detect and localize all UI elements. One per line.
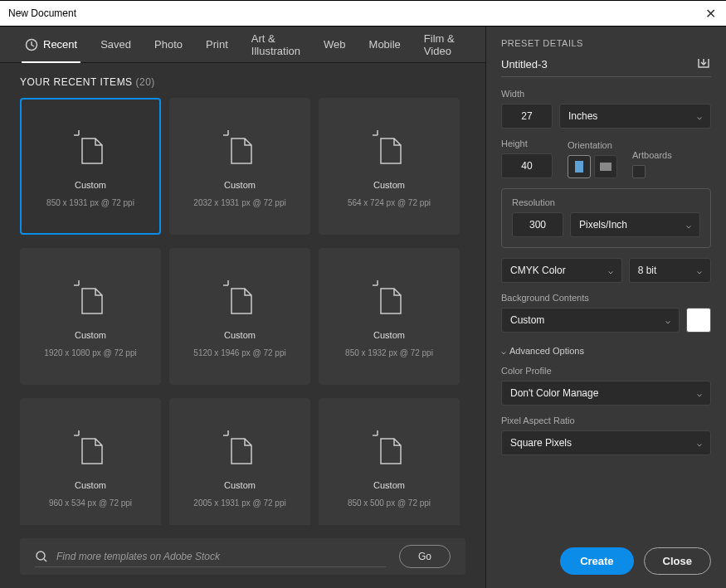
card-label: Custom — [75, 480, 106, 490]
card-dimensions: 850 x 1931 px @ 72 ppi — [46, 198, 134, 207]
card-dimensions: 564 x 724 px @ 72 ppi — [348, 198, 431, 207]
document-icon — [67, 425, 114, 472]
create-button[interactable]: Create — [560, 547, 633, 575]
save-preset-icon[interactable] — [696, 56, 711, 71]
tab-web[interactable]: Web — [312, 27, 358, 63]
card-label: Custom — [373, 180, 405, 190]
tab-film-video[interactable]: Film & Video — [412, 27, 472, 63]
stock-search-bar: Find more templates on Adobe Stock Go — [20, 538, 465, 575]
card-dimensions: 1920 x 1080 px @ 72 ppi — [44, 348, 136, 357]
color-mode-select[interactable]: CMYK Color⌵ — [501, 258, 622, 283]
chevron-down-icon: ⌵ — [697, 389, 702, 398]
color-profile-label: Color Profile — [501, 366, 711, 376]
tab-mobile[interactable]: Mobile — [358, 27, 412, 63]
document-icon — [366, 125, 412, 172]
preset-card[interactable]: Custom 850 x 1931 px @ 72 ppi — [20, 98, 161, 235]
pixel-aspect-select[interactable]: Square Pixels⌵ — [501, 430, 711, 455]
pixel-aspect-label: Pixel Aspect Ratio — [501, 415, 711, 425]
card-label: Custom — [75, 330, 106, 340]
svg-point-1 — [37, 552, 45, 560]
preset-details-panel: PRESET DETAILS Untitled-3 Width Inches⌵ … — [485, 27, 726, 588]
chevron-down-icon: ⌵ — [608, 266, 613, 275]
preset-grid: Custom 850 x 1931 px @ 72 ppi Custom 203… — [20, 98, 465, 525]
preset-card[interactable]: Custom 564 x 724 px @ 72 ppi — [319, 98, 460, 235]
card-label: Custom — [75, 180, 106, 190]
card-label: Custom — [224, 480, 256, 490]
card-label: Custom — [373, 480, 405, 490]
card-dimensions: 850 x 1932 px @ 72 ppi — [345, 348, 433, 357]
chevron-down-icon: ⌵ — [697, 112, 702, 121]
tab-saved[interactable]: Saved — [89, 27, 143, 63]
chevron-down-icon: ⌵ — [501, 347, 506, 356]
card-dimensions: 960 x 534 px @ 72 ppi — [49, 498, 132, 508]
bit-depth-select[interactable]: 8 bit⌵ — [629, 258, 711, 283]
resolution-input[interactable] — [512, 212, 563, 237]
preset-card[interactable]: Custom 960 x 534 px @ 72 ppi — [20, 398, 161, 525]
document-icon — [366, 275, 412, 322]
document-icon — [67, 275, 114, 322]
preset-card[interactable]: Custom 2032 x 1931 px @ 72 ppi — [169, 98, 310, 235]
document-icon — [217, 125, 263, 172]
clock-icon — [25, 38, 38, 51]
preset-details-header: PRESET DETAILS — [501, 38, 711, 48]
close-icon[interactable]: ✕ — [705, 6, 716, 22]
card-dimensions: 2032 x 1931 px @ 72 ppi — [193, 198, 285, 207]
tab-art-illustration[interactable]: Art & Illustration — [240, 27, 312, 63]
document-name-input[interactable]: Untitled-3 — [501, 58, 548, 70]
preset-card[interactable]: Custom 1920 x 1080 px @ 72 ppi — [20, 248, 161, 385]
chevron-down-icon: ⌵ — [697, 266, 702, 275]
resolution-unit-select[interactable]: Pixels/Inch⌵ — [570, 212, 700, 237]
go-button[interactable]: Go — [399, 545, 451, 568]
background-color-swatch[interactable] — [686, 308, 711, 333]
recent-heading: YOUR RECENT ITEMS (20) — [20, 76, 465, 88]
advanced-options-toggle[interactable]: ⌵ Advanced Options — [501, 346, 711, 356]
preset-card[interactable]: Custom 2005 x 1931 px @ 72 ppi — [169, 398, 310, 525]
tab-recent[interactable]: Recent — [13, 27, 89, 63]
card-label: Custom — [224, 330, 256, 340]
background-label: Background Contents — [501, 293, 711, 303]
orientation-portrait-button[interactable] — [568, 155, 591, 178]
width-label: Width — [501, 89, 711, 99]
card-dimensions: 2005 x 1931 px @ 72 ppi — [193, 498, 285, 508]
window-title: New Document — [8, 7, 76, 19]
close-button[interactable]: Close — [644, 547, 711, 575]
tab-photo[interactable]: Photo — [143, 27, 194, 63]
document-icon — [217, 425, 263, 472]
svg-rect-2 — [575, 161, 583, 173]
preset-card[interactable]: Custom 850 x 500 px @ 72 ppi — [319, 398, 460, 525]
titlebar: New Document ✕ — [0, 0, 726, 27]
width-unit-select[interactable]: Inches⌵ — [559, 104, 711, 129]
chevron-down-icon: ⌵ — [686, 221, 691, 230]
orientation-landscape-button[interactable] — [594, 155, 617, 178]
document-icon — [366, 425, 412, 472]
document-icon — [217, 275, 263, 322]
artboards-label: Artboards — [632, 150, 672, 160]
height-input[interactable] — [501, 153, 553, 178]
search-icon — [35, 550, 48, 563]
card-label: Custom — [373, 330, 405, 340]
search-input[interactable]: Find more templates on Adobe Stock — [35, 547, 386, 567]
resolution-group: Resolution Pixels/Inch⌵ — [501, 188, 711, 248]
svg-rect-3 — [600, 163, 611, 171]
orientation-label: Orientation — [568, 140, 617, 150]
preset-card[interactable]: Custom 5120 x 1946 px @ 72 ppi — [169, 248, 310, 385]
width-input[interactable] — [501, 104, 553, 129]
color-profile-select[interactable]: Don't Color Manage⌵ — [501, 381, 711, 406]
preset-card[interactable]: Custom 850 x 1932 px @ 72 ppi — [319, 248, 460, 385]
artboards-checkbox[interactable] — [632, 165, 646, 178]
category-tabs: Recent Saved Photo Print Art & Illustrat… — [0, 27, 485, 63]
document-icon — [67, 125, 114, 172]
card-label: Custom — [224, 180, 256, 190]
background-select[interactable]: Custom⌵ — [501, 308, 680, 333]
tab-print[interactable]: Print — [194, 27, 240, 63]
chevron-down-icon: ⌵ — [697, 439, 702, 448]
height-label: Height — [501, 138, 553, 148]
chevron-down-icon: ⌵ — [665, 316, 670, 325]
card-dimensions: 5120 x 1946 px @ 72 ppi — [193, 348, 285, 357]
resolution-label: Resolution — [512, 197, 700, 207]
card-dimensions: 850 x 500 px @ 72 ppi — [348, 498, 431, 508]
